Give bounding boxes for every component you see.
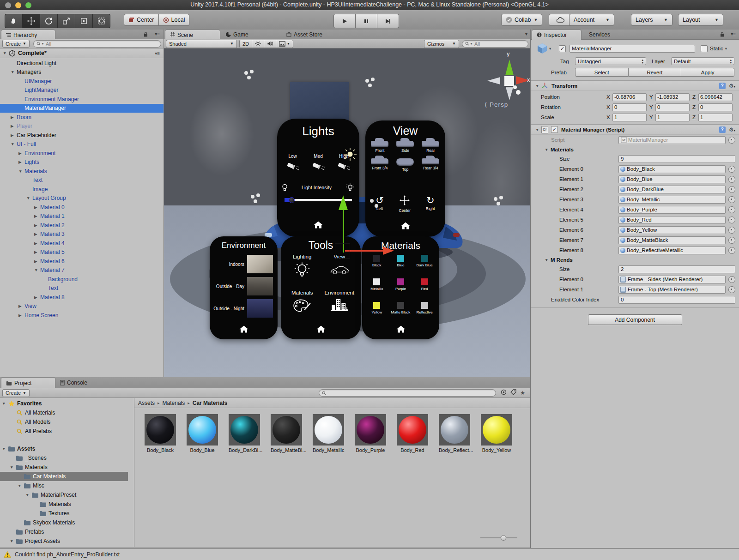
light-probe-gizmo[interactable] bbox=[497, 202, 500, 205]
shading-mode-dropdown[interactable]: Shaded ▼ bbox=[166, 40, 237, 48]
hierarchy-item[interactable]: ▶Material 4 bbox=[0, 239, 164, 248]
project-tree-item[interactable]: Textures bbox=[0, 509, 128, 518]
expand-arrow-icon[interactable]: ▼ bbox=[11, 142, 17, 146]
rect-tool-button[interactable] bbox=[75, 14, 93, 28]
expand-arrow-icon[interactable]: ▶ bbox=[18, 313, 24, 318]
expand-arrow-icon[interactable]: ▼ bbox=[18, 169, 24, 174]
rotate-center-button[interactable]: Center bbox=[399, 195, 411, 213]
tab-game[interactable]: Game bbox=[221, 30, 253, 39]
gear-icon[interactable]: ⚙▾ bbox=[729, 126, 735, 133]
project-tree-item[interactable]: Skybox Materials bbox=[0, 518, 128, 527]
asset-item[interactable]: Body_Red bbox=[397, 414, 428, 453]
home-button[interactable] bbox=[316, 325, 325, 335]
object-field[interactable]: Body_Yellow bbox=[618, 226, 726, 234]
component-enabled-checkbox[interactable]: ✓ bbox=[551, 126, 558, 133]
axis-field[interactable]: 1 bbox=[655, 114, 690, 121]
lock-icon[interactable] bbox=[144, 32, 148, 38]
hierarchy-create-button[interactable]: Create▼ bbox=[2, 40, 30, 48]
expand-arrow-icon[interactable]: ▼ bbox=[18, 483, 24, 488]
zoom-slider-knob[interactable] bbox=[501, 535, 506, 541]
step-button[interactable] bbox=[377, 14, 399, 28]
project-tree-item[interactable]: ▼MaterialPreset bbox=[0, 490, 128, 500]
object-picker-icon[interactable] bbox=[728, 227, 735, 234]
layout-dropdown[interactable]: Layout▼ bbox=[678, 14, 723, 26]
scene-search-input[interactable]: ▼ All bbox=[462, 40, 528, 48]
light-probe-gizmo[interactable] bbox=[244, 71, 248, 75]
expand-arrow-icon[interactable]: ▼ bbox=[11, 70, 17, 74]
light-probe-gizmo[interactable] bbox=[254, 199, 257, 203]
light-probe-gizmo[interactable] bbox=[370, 199, 374, 203]
material-swatch-button[interactable]: Red bbox=[412, 278, 436, 302]
axis-field[interactable]: 0 bbox=[612, 103, 647, 111]
expand-arrow-icon[interactable]: ▶ bbox=[11, 124, 17, 128]
home-button[interactable] bbox=[396, 325, 405, 335]
transform-component-header[interactable]: ▼ Transform ? ⚙▾ bbox=[531, 80, 739, 91]
gizmos-dropdown[interactable]: Gizmos ▼ bbox=[424, 40, 459, 48]
tab-asset-store[interactable]: Asset Store bbox=[282, 30, 327, 39]
hierarchy-search-input[interactable]: ▼ All bbox=[33, 40, 161, 48]
panel-menu-icon[interactable]: ▾ bbox=[525, 31, 527, 36]
hierarchy-item[interactable]: ▶Car Placeholder bbox=[0, 131, 164, 140]
gameobject-name-field[interactable]: MaterialManager bbox=[569, 45, 695, 53]
tool-materials-button[interactable]: Materials bbox=[284, 290, 321, 326]
material-swatch-button[interactable]: Dark Blue bbox=[412, 255, 436, 278]
expand-arrow-icon[interactable]: ▶ bbox=[34, 205, 40, 210]
project-tree-item[interactable]: All Prefabs bbox=[0, 427, 128, 436]
hierarchy-item[interactable]: Text bbox=[0, 284, 164, 293]
view-angle-button[interactable]: Rear bbox=[418, 141, 443, 153]
hierarchy-item[interactable]: ▶Player bbox=[0, 122, 164, 131]
expand-arrow-icon[interactable]: ▼ bbox=[34, 268, 40, 272]
hierarchy-item[interactable]: ▶Material 5 bbox=[0, 248, 164, 257]
project-tree-item[interactable]: ▼Assets bbox=[0, 444, 128, 453]
search-by-type-icon[interactable] bbox=[501, 389, 507, 397]
thumbnail-zoom-slider[interactable] bbox=[480, 535, 517, 541]
favorite-search-icon[interactable]: ★ bbox=[520, 390, 525, 396]
hierarchy-item[interactable]: ▶Material 6 bbox=[0, 257, 164, 266]
object-picker-icon[interactable] bbox=[728, 276, 735, 283]
expand-arrow-icon[interactable]: ▶ bbox=[11, 133, 17, 138]
object-picker-icon[interactable] bbox=[728, 206, 735, 213]
hierarchy-item[interactable]: ▶Material 3 bbox=[0, 230, 164, 239]
object-field[interactable]: Frame - Top (Mesh Renderer) bbox=[618, 286, 726, 294]
account-dropdown[interactable]: Account▼ bbox=[569, 14, 614, 26]
hierarchy-item[interactable]: ▶Home Screen bbox=[0, 311, 164, 320]
axis-field[interactable]: 1 bbox=[698, 114, 733, 121]
breadcrumb-materials[interactable]: Materials bbox=[163, 400, 185, 406]
expand-arrow-icon[interactable]: ▼ bbox=[25, 493, 31, 497]
collab-button[interactable]: Collab▼ bbox=[501, 14, 542, 26]
project-tree-item[interactable]: ▼Misc bbox=[0, 481, 128, 490]
expand-arrow-icon[interactable]: ▶ bbox=[18, 151, 24, 156]
tool-view-button[interactable]: View bbox=[321, 254, 358, 290]
hierarchy-item[interactable]: ▶Material 8 bbox=[0, 293, 164, 302]
tab-console[interactable]: Console bbox=[55, 377, 92, 388]
expand-arrow-icon[interactable]: ▶ bbox=[18, 304, 24, 308]
effects-dropdown[interactable]: ▼ bbox=[276, 40, 293, 48]
script-object-field[interactable]: C# MaterialManager bbox=[618, 136, 726, 144]
tab-inspector[interactable]: Inspector bbox=[532, 30, 582, 40]
hand-tool-button[interactable] bbox=[5, 14, 23, 28]
tab-project[interactable]: Project bbox=[1, 377, 55, 389]
project-tree-item[interactable]: Prefabs bbox=[0, 527, 128, 536]
hierarchy-item[interactable]: UIManager bbox=[0, 77, 164, 86]
material-swatch-button[interactable]: Purple bbox=[389, 278, 413, 302]
material-swatch-button[interactable]: Metallic bbox=[365, 278, 389, 302]
prefab-revert-button[interactable]: Revert bbox=[629, 68, 682, 77]
material-swatch-button[interactable]: Yellow bbox=[365, 302, 389, 325]
pause-button[interactable] bbox=[356, 14, 377, 28]
move-gizmo-center[interactable] bbox=[335, 243, 350, 259]
home-button[interactable] bbox=[239, 325, 248, 335]
move-gizmo-x-axis[interactable] bbox=[345, 250, 383, 252]
light-probe-gizmo[interactable] bbox=[251, 195, 254, 199]
axis-gizmo-neg-x-cone[interactable] bbox=[487, 77, 500, 84]
hierarchy-item[interactable]: Environment Manager bbox=[0, 95, 164, 104]
space-mode-button[interactable]: Local bbox=[159, 14, 190, 26]
view-angle-button[interactable]: Front bbox=[367, 141, 393, 153]
light-probe-gizmo[interactable] bbox=[256, 193, 260, 197]
hierarchy-item[interactable]: ▶Room bbox=[0, 113, 164, 122]
scene-menu-icon[interactable]: ▾≡ bbox=[155, 51, 160, 56]
project-tree-item[interactable]: Materials bbox=[0, 500, 128, 509]
tab-hierarchy[interactable]: Hierarchy bbox=[1, 30, 55, 40]
hierarchy-item[interactable]: Background bbox=[0, 275, 164, 284]
layer-dropdown[interactable]: Default▴▾ bbox=[671, 57, 734, 65]
asset-item[interactable]: Body_MatteBl... bbox=[271, 414, 302, 453]
